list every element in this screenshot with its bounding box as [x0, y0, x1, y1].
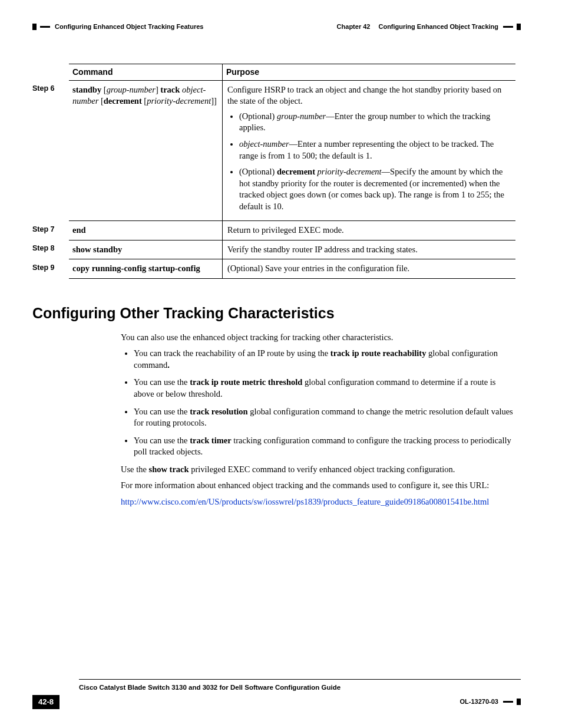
purpose-text: Configure HSRP to track an object and ch… [227, 84, 511, 107]
table-row: Step 7 end Return to privileged EXEC mod… [32, 221, 515, 241]
purpose-bullet: object-number—Enter a number representin… [239, 139, 511, 162]
command-cell: end [69, 221, 223, 241]
table-row: Step 6 standby [group-number] track obje… [32, 80, 515, 221]
book-title: Cisco Catalyst Blade Switch 3130 and 303… [79, 684, 340, 691]
list-item: You can use the track ip route metric th… [134, 377, 515, 400]
cmd-keyword: decrement [104, 96, 142, 106]
step-label: Step 6 [32, 80, 69, 221]
section-breadcrumb: Configuring Enhanced Object Tracking Fea… [55, 22, 203, 31]
decor-bar-icon [40, 26, 50, 28]
col-command: Command [69, 64, 223, 80]
col-purpose: Purpose [223, 64, 516, 80]
table-row: Step 9 copy running-config startup-confi… [32, 259, 515, 279]
header-left: Configuring Enhanced Object Tracking Fea… [32, 22, 203, 31]
decor-bar-icon [503, 701, 513, 703]
list-item: You can use the track resolution global … [134, 406, 515, 429]
step-label: Step 8 [32, 240, 69, 259]
purpose-bullet: (Optional) decrement priority-decrement—… [239, 166, 511, 212]
document-id: OL-13270-03 [460, 697, 521, 706]
external-link[interactable]: http://www.cisco.com/en/US/products/sw/i… [121, 497, 489, 506]
cmd-keyword: track [160, 85, 180, 94]
list-item: You can track the reachability of an IP … [134, 348, 515, 371]
decor-bar-icon [503, 26, 513, 28]
page-footer: Cisco Catalyst Blade Switch 3130 and 303… [32, 679, 521, 709]
step-label: Step 7 [32, 221, 69, 241]
purpose-cell: Return to privileged EXEC mode. [223, 221, 516, 241]
paragraph: You can also use the enhanced object tra… [121, 332, 515, 344]
paragraph: For more information about enhanced obje… [121, 480, 515, 492]
decor-bar-icon [32, 24, 37, 30]
section-heading: Configuring Other Tracking Characteristi… [32, 304, 521, 324]
decor-bar-icon [517, 24, 521, 30]
list-item: You can use the track timer tracking con… [134, 435, 515, 458]
running-header: Configuring Enhanced Object Tracking Fea… [32, 22, 521, 31]
command-cell: show standby [69, 240, 223, 259]
chapter-number: Chapter 42 [337, 22, 371, 31]
header-right: Chapter 42 Configuring Enhanced Object T… [337, 22, 521, 31]
chapter-title: Configuring Enhanced Object Tracking [378, 22, 498, 31]
cmd-arg: group-number [107, 85, 156, 94]
purpose-cell: Verify the standby router IP address and… [223, 240, 516, 259]
cmd-arg: priority-decrement [147, 96, 211, 106]
command-cell: standby [group-number] track object-numb… [69, 80, 223, 221]
section-body: You can also use the enhanced object tra… [121, 332, 515, 508]
paragraph: Use the show track privileged EXEC comma… [121, 464, 515, 476]
purpose-cell: (Optional) Save your entries in the conf… [223, 259, 516, 279]
cmd-keyword: standby [72, 85, 101, 94]
purpose-cell: Configure HSRP to track an object and ch… [223, 80, 516, 221]
decor-bar-icon [517, 699, 521, 705]
command-table: Command Purpose Step 6 standby [group-nu… [32, 64, 515, 279]
purpose-bullet: (Optional) group-number—Enter the group … [239, 111, 511, 134]
page-number: 42-8 [32, 695, 59, 709]
table-row: Step 8 show standby Verify the standby r… [32, 240, 515, 259]
step-label: Step 9 [32, 259, 69, 279]
command-cell: copy running-config startup-config [69, 259, 223, 279]
